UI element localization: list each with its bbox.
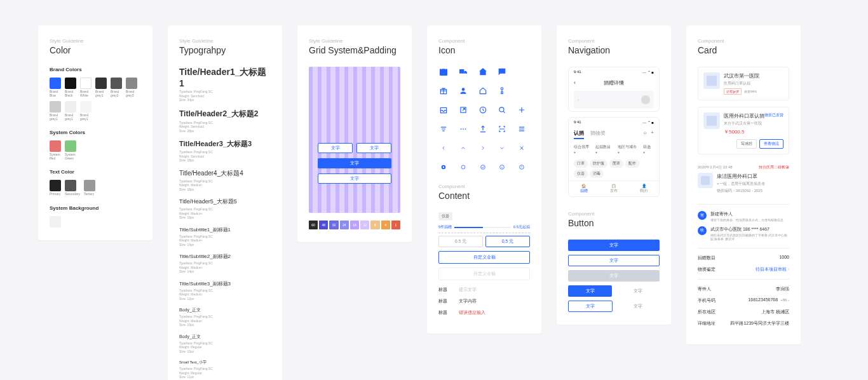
back-icon[interactable]: ‹	[574, 79, 576, 86]
tab-donate[interactable]: 认捐	[574, 130, 584, 139]
tabbar-item[interactable]: 👤我的	[629, 181, 659, 196]
field-value[interactable]: 错误信息输入	[459, 309, 485, 316]
chip[interactable]: 面罩	[609, 159, 623, 168]
status-time: 9:41	[574, 70, 581, 74]
type-meta: Typeface: PingFang SCWeight: MediumSize:…	[179, 315, 271, 327]
ghost-button-half[interactable]: 文字	[568, 301, 613, 312]
write-review-button[interactable]: 写感想	[736, 139, 757, 149]
disabled-button: 文字	[568, 270, 660, 282]
system-swatches: System RedSystem Green	[50, 140, 141, 160]
mobile-tabs-demo: 9:41⋯ ⌃ ■ 认捐 捐物资 ⌕+ 综合排序起捐数目地区与城市筛选 口罩防护…	[568, 117, 660, 197]
product-card[interactable]: 武汉市第一医院 医用科口罩认捐 还有缺货捐资94%	[698, 67, 789, 100]
kv-row: 捐赠数目1000	[698, 255, 789, 261]
primary-button-half[interactable]: 文字	[568, 285, 612, 297]
track-button[interactable]: 查看物流	[759, 139, 783, 149]
custom-amount-button[interactable]: 自定义金额	[438, 251, 530, 264]
kv-value: 四平路1239号同济大学字三楼	[730, 320, 789, 327]
card-title: 武汉市第一医院	[724, 72, 759, 79]
text-button[interactable]: 文字	[616, 285, 660, 297]
svg-point-13	[463, 128, 464, 130]
field-label: 标题	[438, 309, 454, 316]
type-sample: Body_正文	[179, 307, 271, 313]
kv-value[interactable]: 待目本项目审核	[756, 266, 789, 273]
type-meta: Typeface: PingFang SCWeight: RegularSize…	[179, 367, 271, 379]
order-card[interactable]: 医用外科口罩认捐物资已发货 来自于武汉市第一医院 ￥5000.5 写感想查看物流	[698, 107, 789, 154]
amount-input-active[interactable]: 0.5 元	[485, 236, 530, 247]
type-meta: Typeface: PingFang SCWeight: MediumSize:…	[179, 234, 271, 247]
type-sample: Title/Header2_大标题2	[179, 109, 271, 119]
search-icon[interactable]: ⌕	[644, 130, 647, 139]
filter-item[interactable]: 综合排序	[574, 144, 592, 154]
kv-key: 捐赠数目	[698, 255, 715, 261]
swatch-label: Brand grey2	[111, 90, 119, 97]
swatch	[65, 78, 76, 89]
tabbar: 🏠捐赠📋发布👤我的	[569, 180, 659, 196]
swatch	[65, 101, 76, 112]
chevron-up-icon	[458, 143, 468, 153]
spacing-token: 8	[370, 221, 379, 229]
button-group: 文字 文字 文字 文字文字 文字文字	[568, 240, 660, 312]
form-row: 标题错误信息输入	[438, 309, 530, 316]
kv-value: 上海市 杨浦区	[761, 309, 789, 315]
status-time: 9:41	[574, 120, 581, 125]
swatch	[95, 78, 107, 89]
kv-row: 寄件人李润强	[698, 286, 789, 292]
chip[interactable]: 防护服	[590, 159, 607, 168]
product-thumb	[703, 72, 720, 89]
svg-point-14	[465, 128, 466, 130]
swatch-label: Brand grey1	[50, 114, 58, 121]
info-title: 新建寄件人	[710, 211, 783, 217]
chip[interactable]: 消毒	[590, 170, 604, 178]
card-subtitle: 医用科口罩认捐	[724, 81, 759, 86]
primary-button[interactable]: 文字	[568, 240, 660, 251]
type-meta: Typeface: PingFang SCWeight: RegularSize…	[179, 341, 271, 354]
text-button[interactable]: 文字	[616, 301, 660, 312]
swatch-label: Brand White	[80, 90, 88, 97]
tabbar-item[interactable]: 🏠捐赠	[569, 181, 599, 196]
category-tag[interactable]: 仪器	[438, 212, 452, 221]
amount-input[interactable]: 0.5 元	[438, 236, 483, 247]
type-meta: Typeface: PingFang SCWeight: MediumSize:…	[179, 288, 271, 301]
chip[interactable]: 仪器	[574, 170, 588, 178]
section-brand: Brand Colors	[50, 67, 141, 72]
kv-key: 寄件人	[698, 286, 711, 292]
post-item[interactable]: 2020年2月4日 22:48转自医用二级帐篷 康洁医用外科口罩×一组，适用于隔…	[698, 161, 789, 198]
info-title: 武汉市中心医院 186 **** 6467	[710, 226, 789, 233]
filter-item[interactable]: 地区与城市	[618, 144, 639, 154]
kv-row: 所在地区上海市 杨浦区	[698, 309, 789, 315]
filter-item[interactable]: 筛选	[643, 144, 654, 154]
ghost-button[interactable]: 文字	[568, 255, 660, 266]
eyebrow: Style Guideline	[179, 38, 271, 44]
field-value[interactable]: 提示文字	[459, 287, 477, 293]
spacing-token: 24	[340, 221, 349, 229]
outline-button[interactable]: 文字	[318, 143, 353, 153]
carousel[interactable]: ‹	[574, 91, 654, 109]
outline-button[interactable]: 文字	[318, 173, 391, 184]
chevron-right-icon	[478, 143, 488, 153]
eyebrow: Component	[698, 38, 789, 44]
info-item[interactable]: 寄新建寄件人请留下你的身份、性别及联系方式，方便与核验信息	[698, 211, 789, 222]
filter-item[interactable]: 起捐数目	[595, 144, 613, 154]
eyebrow: Style Guideline	[50, 38, 141, 44]
chevron-left-icon[interactable]: ‹	[578, 98, 579, 102]
spacing-token: 48	[319, 221, 328, 229]
kv-suffix[interactable]: +86 ›	[780, 298, 789, 302]
field-value[interactable]: 文字内容	[459, 298, 477, 304]
chip[interactable]: 配件	[625, 159, 639, 168]
post-time: 2020年2月4日 22:48	[698, 165, 733, 170]
info-item[interactable]: 收武汉市中心医院 186 **** 6467湖北省武汉市武昌区彭刘杨路的丁字桥路…	[698, 226, 789, 241]
post-desc: ×一组，适用于隔离患病患者	[717, 181, 765, 187]
svg-point-16	[443, 166, 445, 168]
swatch	[80, 101, 92, 112]
outline-button[interactable]: 文字	[356, 143, 391, 153]
plus-icon[interactable]: +	[651, 130, 654, 139]
chip[interactable]: 口罩	[574, 159, 588, 168]
swatch-label: Primary	[50, 193, 60, 196]
primary-button[interactable]: 文字	[318, 158, 391, 168]
tabbar-item[interactable]: 📋发布	[599, 181, 628, 196]
panel-title: Color	[50, 45, 141, 55]
section-bg: System Background	[50, 205, 141, 211]
tab-supply[interactable]: 捐物资	[590, 130, 606, 139]
svg-point-6	[461, 88, 465, 91]
swatch-label: Brand grey3	[126, 90, 134, 97]
